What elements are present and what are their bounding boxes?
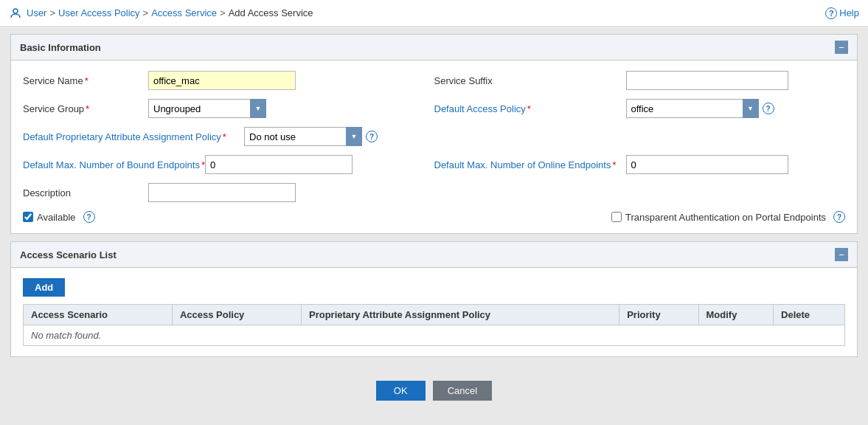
col-default-access-policy: Default Access Policy* office ?: [434, 99, 846, 118]
bottom-bar: OK Cancel: [0, 372, 868, 410]
breadcrumb-user-access-policy[interactable]: User Access Policy: [58, 7, 140, 18]
ok-button[interactable]: OK: [376, 381, 426, 401]
prop-attr-select[interactable]: Do not use: [244, 127, 362, 146]
col-max-online: Default Max. Number of Online Endpoints*: [434, 155, 846, 174]
help-label: Help: [839, 7, 859, 18]
basic-info-body: Service Name* Service Suffix Service Gro…: [11, 61, 857, 233]
no-data-cell: No match found.: [24, 325, 845, 346]
description-label: Description: [23, 187, 148, 198]
table-row-empty: No match found.: [24, 325, 845, 346]
service-suffix-label: Service Suffix: [434, 75, 626, 86]
default-access-policy-help-icon[interactable]: ?: [763, 103, 774, 114]
service-name-input[interactable]: [148, 71, 296, 90]
col-prop-attr: Default Proprietary Attribute Assignment…: [23, 127, 845, 146]
service-group-label: Service Group*: [23, 103, 148, 114]
service-suffix-input[interactable]: [626, 71, 788, 90]
max-bound-label: Default Max. Number of Bound Endpoints*: [23, 159, 205, 170]
access-scenario-header: Access Scenario List −: [11, 242, 857, 268]
access-scenario-collapse-btn[interactable]: −: [835, 248, 848, 261]
transparent-auth-checkbox[interactable]: [611, 212, 622, 222]
breadcrumb-current: Add Access Service: [229, 7, 313, 18]
transparent-auth-help-icon[interactable]: ?: [833, 211, 845, 223]
max-online-input[interactable]: [626, 155, 788, 174]
description-input[interactable]: [148, 183, 296, 202]
col-service-suffix: Service Suffix: [434, 71, 846, 90]
breadcrumb-user[interactable]: User: [27, 7, 46, 18]
col-header-access-policy: Access Policy: [172, 305, 301, 325]
basic-info-collapse-btn[interactable]: −: [835, 41, 848, 54]
user-icon: [9, 7, 22, 20]
row-checkboxes: Available ? Transparent Authentication o…: [23, 211, 845, 223]
basic-info-header: Basic Information −: [11, 35, 857, 61]
max-online-label: Default Max. Number of Online Endpoints*: [434, 159, 626, 170]
default-access-policy-select[interactable]: office: [626, 99, 759, 118]
available-label: Available: [37, 212, 76, 223]
help-circle-icon: ?: [825, 7, 837, 19]
max-bound-input[interactable]: [205, 155, 353, 174]
service-name-label: Service Name*: [23, 75, 148, 86]
default-access-policy-select-wrap: office: [626, 99, 759, 118]
prop-attr-select-wrap: Do not use: [244, 127, 362, 146]
service-group-select[interactable]: Ungrouped: [148, 99, 266, 118]
available-group: Available ?: [23, 211, 95, 223]
col-max-bound: Default Max. Number of Bound Endpoints*: [23, 155, 434, 174]
col-header-access-scenario: Access Scenario: [24, 305, 173, 325]
service-group-select-wrap: Ungrouped: [148, 99, 266, 118]
col-service-name: Service Name*: [23, 71, 434, 90]
col-header-modify: Modify: [698, 305, 774, 325]
main-content: Basic Information − Service Name* Servic…: [0, 27, 868, 372]
col-description: Description: [23, 183, 845, 202]
scenario-table: Access Scenario Access Policy Proprietar…: [23, 304, 845, 346]
table-header-row: Access Scenario Access Policy Proprietar…: [24, 305, 845, 325]
available-help-icon[interactable]: ?: [83, 211, 95, 223]
prop-attr-help-icon[interactable]: ?: [366, 131, 378, 142]
col-header-delete: Delete: [774, 305, 845, 325]
breadcrumb-access-service[interactable]: Access Service: [151, 7, 217, 18]
add-button[interactable]: Add: [23, 278, 65, 297]
row-service-group-policy: Service Group* Ungrouped Default Access …: [23, 99, 845, 118]
default-access-policy-label: Default Access Policy*: [434, 103, 626, 114]
prop-attr-label: Default Proprietary Attribute Assignment…: [23, 131, 244, 142]
breadcrumb: User > User Access Policy > Access Servi…: [9, 7, 313, 20]
basic-info-panel: Basic Information − Service Name* Servic…: [10, 34, 858, 234]
transparent-auth-group: Transparent Authentication on Portal End…: [611, 211, 845, 223]
available-checkbox[interactable]: [23, 212, 33, 222]
row-max-endpoints: Default Max. Number of Bound Endpoints* …: [23, 155, 845, 174]
col-header-priority: Priority: [619, 305, 698, 325]
row-service-name-suffix: Service Name* Service Suffix: [23, 71, 845, 90]
access-scenario-panel: Access Scenario List − Add Access Scenar…: [10, 241, 858, 357]
row-description: Description: [23, 183, 845, 202]
top-bar: User > User Access Policy > Access Servi…: [0, 0, 868, 27]
transparent-auth-label: Transparent Authentication on Portal End…: [625, 212, 826, 223]
col-header-prop-attr: Proprietary Attribute Assignment Policy: [301, 305, 619, 325]
row-prop-attr: Default Proprietary Attribute Assignment…: [23, 127, 845, 146]
cancel-button[interactable]: Cancel: [433, 381, 492, 401]
access-scenario-body: Add Access Scenario Access Policy Propri…: [11, 268, 857, 356]
help-link[interactable]: ? Help: [825, 7, 859, 19]
access-scenario-title: Access Scenario List: [20, 249, 117, 260]
col-service-group: Service Group* Ungrouped: [23, 99, 434, 118]
basic-info-title: Basic Information: [20, 42, 101, 53]
svg-point-0: [13, 9, 18, 13]
